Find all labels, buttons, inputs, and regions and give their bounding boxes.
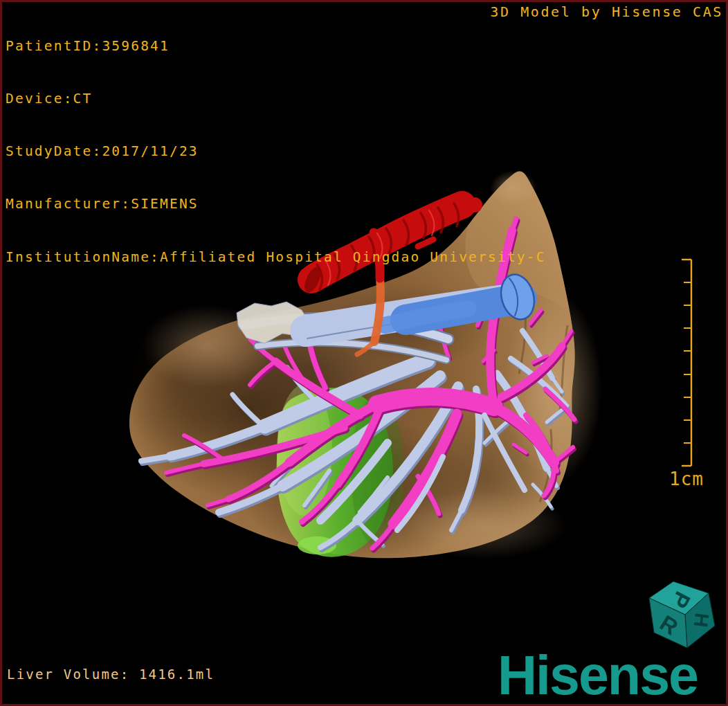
patient-id-text: PatientID:3596841 [6,37,546,55]
study-date-text: StudyDate:2017/11/23 [6,143,546,160]
scale-bar: 1cm [669,260,704,489]
orientation-cube[interactable]: P H R [649,581,715,648]
hisense-logo: Hisense [498,644,698,706]
device-text: Device:CT [6,90,546,107]
patient-info: PatientID:3596841 Device:CT StudyDate:20… [6,2,546,301]
institution-text: InstitutionName:Affiliated Hospital Qing… [6,248,546,266]
cas-3d-viewer-window: 1cm P H R PatientID:3596841 Device:CT St… [0,0,728,706]
watermark-text: 3D Model by Hisense CAS [490,3,723,20]
scale-bar-label: 1cm [669,469,704,489]
liver-volume-text: Liver Volume: 1416.1ml [7,667,215,682]
manufacturer-text: Manufacturer:SIEMENS [6,195,546,212]
cube-letter-head: H [690,612,713,628]
